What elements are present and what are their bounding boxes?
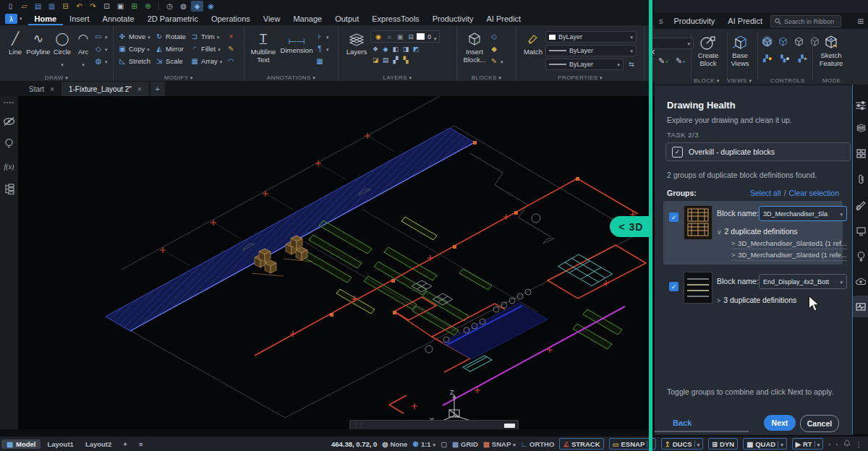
model-tab[interactable]: ▦Model xyxy=(1,439,41,449)
display-settings-icon[interactable] xyxy=(853,220,868,242)
line-button[interactable]: ╱Line xyxy=(4,25,26,56)
group1-checkbox[interactable]: ✓ xyxy=(669,212,678,222)
add-layout-button[interactable] xyxy=(118,439,132,449)
rectangle-button[interactable]: ▭ xyxy=(93,30,109,43)
hatch-button[interactable]: ◇ xyxy=(93,43,109,55)
structure-tree-icon[interactable] xyxy=(3,182,16,195)
select-control-icon[interactable]: ▞⌖ xyxy=(799,55,807,63)
mirror-button[interactable]: ◭Mirror xyxy=(153,43,187,55)
scrollbar-grip-icon[interactable]: ⋮⋮ xyxy=(353,424,365,426)
layer-off-icon[interactable]: ◧ xyxy=(391,44,401,53)
layer-prev-icon[interactable]: ◪ xyxy=(370,55,380,64)
duplicate-group-card-1[interactable]: ✓ Block name: 3D_Merchandiser_Sla ∨2 dup… xyxy=(663,201,843,265)
fixture-rows[interactable] xyxy=(299,217,622,349)
menu-insert[interactable]: Insert xyxy=(63,12,96,25)
ribbon-search-box[interactable]: Search in Ribbon xyxy=(770,15,841,27)
delete-button[interactable]: × xyxy=(225,30,237,43)
layer-freeze2-icon[interactable]: ◨ xyxy=(401,44,411,53)
table-button[interactable]: ▦ xyxy=(314,55,331,67)
leader-button[interactable]: ⊦ xyxy=(314,30,331,43)
hide-objects-icon[interactable] xyxy=(3,115,16,128)
draw-group-label[interactable]: DRAW xyxy=(0,74,113,81)
group1-child-1[interactable]: >3D_Merchandiser_Slanted1 (1 ref... xyxy=(731,239,847,249)
rw-menu-productivity[interactable]: Productivity xyxy=(668,14,722,27)
layer-unisolate-icon[interactable]: ◆ xyxy=(380,44,391,53)
arc-caret-icon[interactable] xyxy=(82,56,85,69)
lights-balloon-icon[interactable] xyxy=(853,246,868,267)
menu-expresstools[interactable]: ExpressTools xyxy=(365,12,425,25)
xref-icon[interactable]: ⊡ xyxy=(101,1,113,12)
block-group-label[interactable]: BLOCK xyxy=(694,77,720,84)
break-button[interactable]: ◠ xyxy=(225,55,237,67)
block-attach-button[interactable]: ◆ xyxy=(488,43,505,55)
partial-dropdown[interactable] xyxy=(652,38,694,49)
layers-button[interactable]: Layers xyxy=(343,25,370,56)
layer-lock-icon[interactable]: ▣ xyxy=(395,32,405,41)
sketch-feature-button[interactable]: Sketch Feature xyxy=(815,33,847,67)
menu-manage[interactable]: Manage xyxy=(286,12,328,25)
panel-scroll-indicator[interactable] xyxy=(655,431,749,432)
plot-icon[interactable]: ⊟ xyxy=(59,1,72,12)
paste-icon[interactable]: ⊞ xyxy=(128,1,140,12)
ribbon-panel-toggle-icon[interactable]: ⊞ xyxy=(858,17,864,25)
explode-button[interactable]: ✎ xyxy=(225,43,237,55)
new-tab-button[interactable] xyxy=(150,82,165,96)
group2-checkbox[interactable]: ✓ xyxy=(669,282,678,291)
rt-toggle[interactable]: ▶RT xyxy=(792,438,824,450)
circle-caret-icon[interactable] xyxy=(61,56,64,69)
expression-fx-icon[interactable]: f(x) xyxy=(3,160,16,173)
layer-isolate-icon[interactable]: ❖ xyxy=(370,44,380,53)
strack-toggle[interactable]: ∠STRACK xyxy=(559,438,603,450)
snap-toggle[interactable]: ▦SNAP xyxy=(483,440,516,448)
clear-selection-link[interactable]: Clear selection xyxy=(789,189,839,197)
layer-on-icon[interactable]: ◉ xyxy=(373,32,383,41)
multiline-text-button[interactable]: TMultiline Text xyxy=(247,25,279,64)
annotative-check-icon[interactable]: ✎✓ xyxy=(658,56,670,66)
layer-plot-icon[interactable]: ⊟ xyxy=(406,32,416,41)
app-menu-caret-icon[interactable] xyxy=(20,16,22,22)
color-dropdown[interactable]: ByLayer xyxy=(545,31,637,43)
close-tab-icon[interactable] xyxy=(50,85,54,93)
properties-icon[interactable]: ⊕ xyxy=(142,1,154,12)
layer-thaw-icon[interactable]: ▞ xyxy=(391,55,401,64)
modify-group-label[interactable]: MODIFY xyxy=(114,74,244,81)
copy-button[interactable]: ▣Copy xyxy=(116,43,152,55)
tab-fixture-layout[interactable]: 1-Fixture_Layout 2" xyxy=(61,82,149,96)
fillet-button[interactable]: ◜Fillet xyxy=(189,43,224,55)
hidden-view-icon[interactable] xyxy=(793,36,804,47)
dimension-button[interactable]: ⟝⟞Dimension xyxy=(279,25,314,55)
create-block-button[interactable]: Create Block xyxy=(692,33,724,67)
web-icon[interactable]: ◍ xyxy=(177,1,190,12)
menu-2d-parametric[interactable]: 2D Parametric xyxy=(141,12,205,25)
shaded-view-icon[interactable] xyxy=(762,36,773,47)
base-views-button[interactable]: Base Views xyxy=(724,33,756,67)
save-as-icon[interactable]: ▥ xyxy=(46,1,58,12)
stretch-button[interactable]: ◺Stretch xyxy=(116,55,152,67)
menu-view[interactable]: View xyxy=(257,12,287,25)
layout2-tab[interactable]: Layout2 xyxy=(80,439,116,449)
current-task-box[interactable]: ✓ Overkill - duplicate blocks xyxy=(665,142,851,161)
tab-start[interactable]: Start xyxy=(22,82,61,96)
status-next-icon[interactable]: › xyxy=(835,440,838,448)
layout-list-icon[interactable]: ≡ xyxy=(134,439,148,449)
next-button[interactable]: Next xyxy=(764,415,796,431)
lineweight-dropdown[interactable]: ByLayer xyxy=(545,45,637,56)
linetype-settings-icon[interactable]: ⇆ xyxy=(626,60,637,69)
rw-menu-ai-predict[interactable]: AI Predict xyxy=(721,14,769,27)
grid-toggle[interactable]: ▦GRID xyxy=(452,440,478,448)
filter-settings-icon[interactable] xyxy=(853,95,868,116)
rotate-button[interactable]: ↻Rotate xyxy=(153,30,187,43)
menu-ai-predict[interactable]: AI Predict xyxy=(480,12,527,25)
dyn-toggle[interactable]: ⊞DYN xyxy=(708,438,738,450)
group2-expand-row[interactable]: >3 duplicate definitions xyxy=(717,296,796,304)
polyline-button[interactable]: ∿Polyline xyxy=(26,25,51,56)
history-icon[interactable]: ◷ xyxy=(163,1,176,12)
save-icon[interactable]: ▤ xyxy=(32,1,44,12)
isolate-control-icon[interactable]: ▞● xyxy=(763,55,772,63)
back-link[interactable]: Back xyxy=(673,418,692,427)
group1-child-2[interactable]: >3D_Merchandiser_Slanted (1 refe... xyxy=(731,251,847,261)
blocks-group-label[interactable]: BLOCKS xyxy=(457,74,516,81)
text-style-button[interactable]: ¶ xyxy=(314,43,331,55)
properties-group-label[interactable]: PROPERTIES xyxy=(516,74,644,81)
annotations-group-label[interactable]: ANNOTATIONS xyxy=(244,74,338,81)
